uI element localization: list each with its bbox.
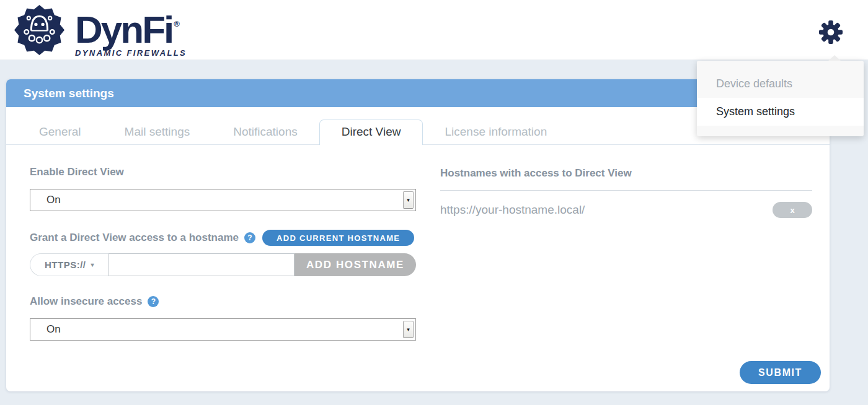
tab-mail-settings[interactable]: Mail settings bbox=[103, 120, 212, 144]
brand-tagline: DYNAMIC FIREWALLS bbox=[75, 48, 189, 58]
add-current-hostname-button[interactable]: ADD CURRENT HOSTNAME bbox=[262, 230, 414, 246]
dynfi-logo[interactable]: DynFi® DYNAMIC FIREWALLS bbox=[14, 4, 189, 58]
remove-hostname-button[interactable]: x bbox=[773, 202, 812, 218]
tab-general[interactable]: General bbox=[17, 120, 103, 144]
allow-insecure-value: On bbox=[46, 323, 61, 336]
tab-notifications[interactable]: Notifications bbox=[211, 120, 319, 144]
hostnames-heading: Hostnames with access to Direct View bbox=[440, 166, 812, 180]
brand-wordmark: DynFi® bbox=[75, 4, 189, 50]
hostname-list-item: https://your-hostname.local/ x bbox=[440, 202, 812, 218]
allow-insecure-label: Allow insecure access bbox=[30, 295, 142, 308]
help-icon[interactable]: ? bbox=[148, 296, 159, 307]
menu-item-device-defaults[interactable]: Device defaults bbox=[697, 70, 864, 98]
octopus-emblem-icon bbox=[14, 4, 65, 56]
hostname-input-group: HTTPS:// ▾ ADD HOSTNAME bbox=[30, 253, 416, 276]
chevron-down-icon: ▾ bbox=[91, 261, 94, 268]
grant-access-label: Grant a Direct View access to a hostname bbox=[30, 232, 239, 244]
allow-insecure-select[interactable]: On ▾ bbox=[30, 318, 416, 341]
hostnames-section: Hostnames with access to Direct View htt… bbox=[440, 166, 812, 341]
enable-direct-view-select[interactable]: On ▾ bbox=[30, 189, 416, 211]
protocol-value: HTTPS:// bbox=[45, 259, 86, 270]
divider bbox=[440, 190, 812, 191]
menu-notch bbox=[828, 55, 841, 61]
grant-access-row: Grant a Direct View access to a hostname… bbox=[30, 230, 416, 246]
panel-title: System settings bbox=[24, 87, 114, 100]
menu-item-system-settings[interactable]: System settings bbox=[697, 98, 864, 126]
allow-insecure-row: Allow insecure access ? bbox=[30, 295, 416, 308]
registered-mark: ® bbox=[174, 19, 180, 28]
tab-direct-view[interactable]: Direct View bbox=[319, 120, 423, 145]
tab-content: Enable Direct View On ▾ Grant a Direct V… bbox=[6, 145, 830, 341]
direct-view-form: Enable Direct View On ▾ Grant a Direct V… bbox=[30, 166, 416, 341]
hostname-input[interactable] bbox=[108, 253, 294, 276]
hostname-url: https://your-hostname.local/ bbox=[440, 203, 773, 217]
top-header: DynFi® DYNAMIC FIREWALLS bbox=[0, 0, 868, 60]
select-caret-icon: ▾ bbox=[403, 191, 414, 209]
submit-button[interactable]: SUBMIT bbox=[740, 361, 821, 384]
select-caret-icon: ▾ bbox=[403, 321, 414, 338]
enable-direct-view-label: Enable Direct View bbox=[30, 166, 416, 178]
add-hostname-button[interactable]: ADD HOSTNAME bbox=[294, 253, 416, 276]
enable-direct-view-value: On bbox=[46, 194, 61, 206]
protocol-select[interactable]: HTTPS:// ▾ bbox=[30, 253, 108, 276]
tab-license-information[interactable]: License information bbox=[423, 120, 569, 144]
gear-icon[interactable] bbox=[818, 20, 843, 45]
settings-dropdown-menu: Device defaults System settings bbox=[697, 61, 864, 136]
help-icon[interactable]: ? bbox=[244, 232, 255, 243]
